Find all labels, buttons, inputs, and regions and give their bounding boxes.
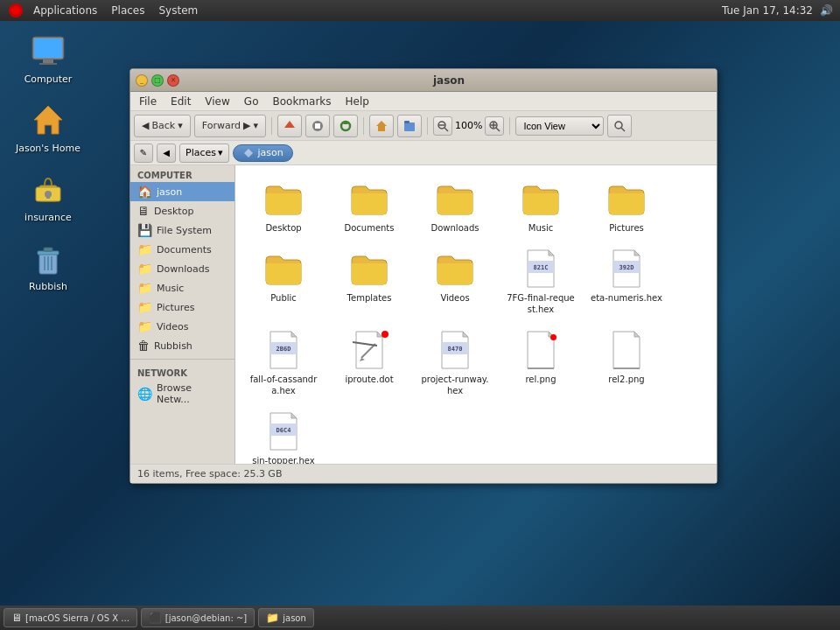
applications-menu[interactable]: Applications: [28, 3, 102, 18]
places-menu[interactable]: Places: [106, 3, 150, 18]
menu-view[interactable]: View: [200, 94, 234, 109]
menu-help[interactable]: Help: [340, 94, 374, 109]
file-item-pictures[interactable]: Pictures: [587, 174, 666, 237]
taskbar-terminal-label: [jason@debian: ~]: [165, 613, 247, 623]
desktop-icon-home[interactable]: Jason's Home: [9, 95, 88, 158]
svg-rect-12: [38, 251, 59, 255]
sidebar-item-filesystem[interactable]: 💾 File System: [130, 220, 234, 240]
back-dropdown-icon: ▾: [178, 120, 183, 131]
file-item-templates[interactable]: Templates: [330, 244, 409, 318]
svg-rect-4: [43, 60, 53, 63]
places-label: Places: [186, 147, 216, 158]
file-item-cassandra-hex[interactable]: 2B6D fall-of-cassandra.hex: [244, 326, 323, 400]
desktop-sidebar-icon: 🖥: [137, 204, 150, 218]
file-item-documents[interactable]: Documents: [330, 174, 409, 237]
pictures-folder-icon: [606, 178, 648, 220]
svg-rect-19: [315, 123, 320, 129]
file-item-rel2-png[interactable]: rel2.png: [587, 326, 666, 400]
jason-folder-icon: 🏠: [137, 185, 152, 199]
menu-go[interactable]: Go: [239, 94, 264, 109]
file-item-videos[interactable]: Videos: [416, 244, 494, 318]
svg-rect-23: [404, 122, 415, 131]
title-bar: _ □ × jason: [130, 69, 717, 92]
status-bar: 16 items, Free space: 25.3 GB: [130, 464, 717, 483]
svg-text:D6C4: D6C4: [276, 427, 291, 434]
file-item-music[interactable]: Music: [501, 174, 580, 237]
filesystem-icon: 💾: [137, 223, 152, 237]
reload-button[interactable]: [333, 115, 358, 137]
menu-bookmarks[interactable]: Bookmarks: [267, 94, 336, 109]
desktop-icon-rubbish[interactable]: Rubbish: [9, 234, 88, 296]
svg-rect-5: [39, 63, 57, 65]
location-bar: ✎ ◀ Places ▾ jason: [130, 141, 717, 165]
close-button[interactable]: ×: [167, 74, 179, 87]
prev-location-button[interactable]: ◀: [157, 144, 176, 163]
volume-icon[interactable]: 🔊: [820, 4, 833, 17]
sidebar-item-rubbish[interactable]: 🗑 Rubbish: [130, 336, 234, 355]
taskbar-item-terminal[interactable]: ⬛ [jason@debian: ~]: [141, 608, 255, 627]
network-section-header: Network: [130, 363, 234, 380]
home-toolbar-button[interactable]: [369, 115, 394, 137]
svg-line-33: [621, 128, 625, 131]
desktop: Applications Places System Tue Jan 17, 1…: [0, 0, 840, 630]
zoom-level: 100%: [455, 120, 482, 131]
edit-location-button[interactable]: ✎: [134, 144, 153, 163]
public-folder-label: Public: [270, 292, 297, 304]
toolbar-separator-1: [271, 117, 272, 135]
desktop-icon-computer[interactable]: Computer: [9, 26, 88, 88]
system-menu[interactable]: System: [153, 3, 203, 18]
taskbar-item-macos[interactable]: 🖥 [macOS Sierra / OS X ...: [4, 608, 137, 627]
sidebar-item-downloads[interactable]: 📁 Downloads: [130, 259, 234, 278]
computer-icon: [27, 30, 69, 72]
sidebar-item-rubbish-label: Rubbish: [154, 340, 192, 352]
forward-button[interactable]: Forward ▶ ▾: [194, 115, 266, 137]
file-item-7fg-hex[interactable]: 821C 7FG-final-request.hex: [501, 244, 580, 318]
terminal-icon: ⬛: [149, 612, 162, 624]
file-grid: Desktop Documents: [235, 165, 717, 464]
music-folder-label: Music: [528, 222, 553, 234]
sidebar-item-browse-network[interactable]: 🌐 Browse Netw...: [130, 380, 234, 408]
file-item-public[interactable]: Public: [244, 244, 323, 318]
sidebar-item-music[interactable]: 📁 Music: [130, 278, 234, 298]
menu-edit[interactable]: Edit: [165, 94, 196, 109]
svg-marker-17: [284, 121, 295, 128]
desktop-icon-insurance[interactable]: insurance: [9, 164, 88, 227]
videos-folder-icon: [434, 248, 476, 290]
sidebar-item-pictures-label: Pictures: [157, 302, 195, 313]
places-dropdown[interactable]: Places ▾: [179, 144, 229, 163]
downloads-folder-label: Downloads: [431, 222, 480, 234]
desktop-icons-container: Computer Jason's Home insurance: [9, 26, 88, 296]
desktop-folder-label: Desktop: [265, 222, 301, 234]
file-item-eta-hex[interactable]: 392D eta-numeris.hex: [587, 244, 666, 318]
sidebar-item-videos[interactable]: 📁 Videos: [130, 317, 234, 336]
file-item-iproute-dot[interactable]: iproute.dot: [330, 326, 409, 400]
breadcrumb: jason: [233, 144, 293, 162]
sidebar-item-pictures[interactable]: 📁 Pictures: [130, 298, 234, 317]
file-item-rel-png[interactable]: rel.png: [501, 326, 580, 400]
file-item-downloads[interactable]: Downloads: [416, 174, 494, 237]
menu-file[interactable]: File: [134, 94, 162, 109]
maximize-button[interactable]: □: [151, 74, 164, 87]
file-item-sintopper-hex[interactable]: D6C4 sin-topper.hex: [244, 407, 323, 464]
file-item-desktop[interactable]: Desktop: [244, 174, 323, 237]
sidebar-item-downloads-label: Downloads: [157, 263, 209, 275]
rel-png-red-dot: [550, 334, 556, 340]
7fg-hex-icon: 821C: [520, 248, 562, 290]
pictures-folder-label: Pictures: [609, 222, 644, 234]
sidebar-item-jason[interactable]: 🏠 jason: [130, 182, 234, 201]
minimize-button[interactable]: _: [136, 74, 148, 87]
stop-button[interactable]: [305, 115, 330, 137]
back-button[interactable]: ◀ Back ▾: [134, 115, 191, 137]
taskbar-item-jason-fm[interactable]: 📁 jason: [258, 608, 314, 627]
sidebar-item-desktop[interactable]: 🖥 Desktop: [130, 201, 234, 220]
browse-button[interactable]: [397, 115, 422, 137]
zoom-out-button[interactable]: [433, 116, 452, 136]
network-sidebar-icon: 🌐: [137, 387, 152, 401]
zoom-in-button[interactable]: [485, 116, 504, 136]
up-button[interactable]: [277, 115, 302, 137]
file-item-runway-hex[interactable]: 8470 project-runway.hex: [416, 326, 494, 400]
sidebar-item-documents[interactable]: 📁 Documents: [130, 240, 234, 259]
view-mode-select[interactable]: Icon View List View Compact View: [515, 116, 604, 136]
search-button[interactable]: [607, 115, 632, 137]
forward-arrow-icon: ▶: [243, 120, 250, 131]
